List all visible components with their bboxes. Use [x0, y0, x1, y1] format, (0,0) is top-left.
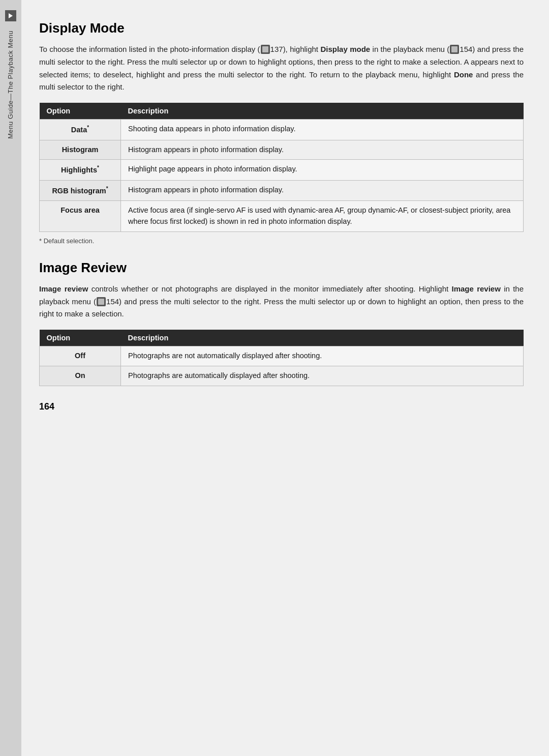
- table-row: Highlights* Highlight page appears in ph…: [40, 160, 524, 181]
- sidebar: Menu Guide—The Playback Menu: [0, 0, 21, 756]
- option-histogram: Histogram: [40, 140, 121, 160]
- menu-icon-3: [97, 297, 106, 306]
- menu-icon-2: [450, 45, 459, 54]
- image-review-body: Image review controls whether or not pho…: [39, 283, 524, 321]
- option-highlights: Highlights*: [40, 160, 121, 181]
- table-row: Off Photographs are not automatically di…: [40, 346, 524, 366]
- option-off: Off: [40, 346, 121, 366]
- desc-histogram: Histogram appears in photo information d…: [121, 140, 524, 160]
- image-review-table: Option Description Off Photographs are n…: [39, 330, 524, 386]
- desc-off: Photographs are not automatically displa…: [121, 346, 524, 366]
- image-review-title: Image Review: [39, 260, 524, 276]
- display-mode-col-option: Option: [40, 103, 121, 120]
- image-review-col-description: Description: [121, 330, 524, 346]
- playback-icon: [5, 10, 16, 21]
- table-row: Histogram Histogram appears in photo inf…: [40, 140, 524, 160]
- svg-marker-0: [9, 13, 13, 18]
- option-rgb: RGB histogram*: [40, 180, 121, 201]
- desc-focus: Active focus area (if single-servo AF is…: [121, 201, 524, 232]
- page-number: 164: [39, 401, 524, 412]
- display-mode-table: Option Description Data* Shooting data a…: [39, 103, 524, 232]
- table-row: RGB histogram* Histogram appears in phot…: [40, 180, 524, 201]
- display-mode-body: To choose the information listed in the …: [39, 43, 524, 94]
- sidebar-label: Menu Guide—The Playback Menu: [7, 31, 15, 139]
- option-on: On: [40, 366, 121, 386]
- table-row: Focus area Active focus area (if single-…: [40, 201, 524, 232]
- display-mode-footnote: * Default selection.: [39, 237, 524, 245]
- table-row: Data* Shooting data appears in photo inf…: [40, 120, 524, 140]
- menu-icon-1: [261, 45, 270, 54]
- desc-highlights: Highlight page appears in photo informat…: [121, 160, 524, 181]
- option-focus: Focus area: [40, 201, 121, 232]
- desc-rgb: Histogram appears in photo information d…: [121, 180, 524, 201]
- option-data: Data*: [40, 120, 121, 140]
- main-content: Display Mode To choose the information l…: [21, 0, 549, 756]
- image-review-col-option: Option: [40, 330, 121, 346]
- desc-on: Photographs are automatically displayed …: [121, 366, 524, 386]
- display-mode-col-description: Description: [121, 103, 524, 120]
- table-row: On Photographs are automatically display…: [40, 366, 524, 386]
- desc-data: Shooting data appears in photo informati…: [121, 120, 524, 140]
- display-mode-title: Display Mode: [39, 20, 524, 36]
